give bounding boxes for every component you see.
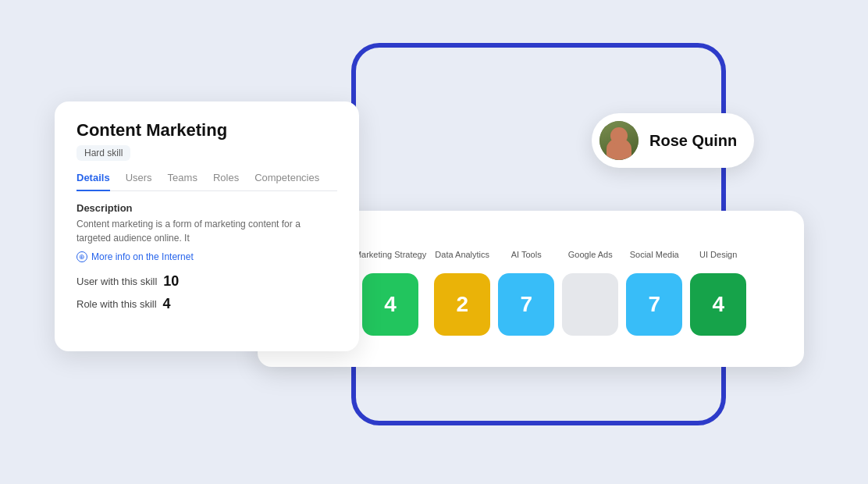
user-card: Rose Quinn (592, 113, 754, 168)
users-stat-row: User with this skill 10 (76, 273, 337, 290)
users-label: User with this skill (76, 276, 157, 287)
description-label: Description (76, 202, 337, 214)
skill-tile: 7 (626, 273, 682, 336)
skill-tile: 7 (498, 273, 554, 336)
skill-column-label: Data Analytics (435, 242, 489, 267)
skill-column: Social Media7 (626, 242, 682, 336)
roles-stat-row: Role with this skill 4 (76, 296, 337, 312)
avatar-image (599, 121, 639, 160)
globe-icon: ⊕ (76, 251, 87, 262)
skill-badge: Hard skill (76, 145, 130, 161)
roles-label: Role with this skill (76, 298, 157, 310)
skill-column-label: Marketing Strategy (354, 242, 426, 267)
skill-column: Marketing Strategy4 (354, 242, 426, 336)
tab-users[interactable]: Users (126, 172, 152, 191)
skill-column-label: Google Ads (568, 242, 613, 267)
avatar (599, 121, 639, 160)
skill-column: Data Analytics2 (434, 242, 490, 336)
skill-title: Content Marketing (76, 120, 337, 141)
skill-tile: 4 (690, 273, 746, 336)
skill-column-label: Social Media (630, 242, 679, 267)
skill-column-label: AI Tools (511, 242, 542, 267)
user-name: Rose Quinn (649, 132, 737, 150)
skill-detail-card: Content Marketing Hard skill Details Use… (55, 101, 359, 351)
skill-tile: 2 (434, 273, 490, 336)
description-text: Content marketing is a form of marketing… (76, 217, 337, 245)
tab-roles[interactable]: Roles (213, 172, 239, 191)
skill-column-label: UI Design (699, 242, 737, 267)
skill-column: Google Ads (562, 242, 618, 336)
tab-competencies[interactable]: Competencies (254, 172, 319, 191)
skill-tile: 4 (362, 273, 418, 336)
skill-column: AI Tools7 (498, 242, 554, 336)
more-info-link[interactable]: ⊕ More info on the Internet (76, 251, 337, 262)
skill-tile (562, 273, 618, 336)
tab-details[interactable]: Details (76, 172, 110, 191)
tab-bar: Details Users Teams Roles Competencies (76, 172, 337, 191)
skill-column: UI Design4 (690, 242, 746, 336)
users-value: 10 (163, 273, 179, 290)
roles-value: 4 (163, 296, 171, 312)
tab-teams[interactable]: Teams (168, 172, 197, 191)
